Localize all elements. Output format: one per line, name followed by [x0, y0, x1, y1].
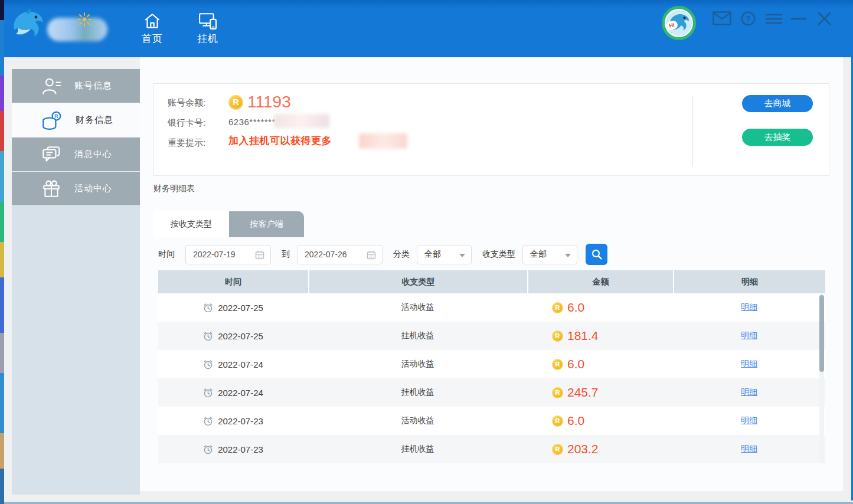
balance-value: R 11193 [228, 93, 291, 112]
row-date: 2022-07-25 [218, 331, 263, 341]
date-to-value[interactable] [305, 246, 361, 264]
monitor-phone-icon [198, 12, 218, 30]
search-button[interactable] [586, 244, 607, 265]
desktop-edge [0, 0, 4, 504]
titlebar: 首页 挂机 Hi [0, 0, 853, 57]
clock-icon [203, 444, 213, 454]
clock-icon [203, 388, 213, 398]
table-row: 2022-07-23 活动收益 R 6.0 明细 [158, 407, 825, 435]
help-icon[interactable]: ? [741, 11, 756, 26]
sidebar-label: 账号信息 [74, 80, 112, 91]
menu-icon[interactable] [765, 13, 783, 25]
user-avatar[interactable]: Hi [662, 6, 696, 40]
row-amount: 245.7 [567, 385, 599, 400]
row-type: 活动收益 [308, 359, 527, 369]
row-amount: 6.0 [567, 357, 584, 371]
sidebar-item-finance-info[interactable]: R 财务信息 [12, 103, 140, 137]
date-to-input[interactable] [297, 245, 383, 264]
sidebar-background [12, 206, 140, 495]
table-row: 2022-07-23 挂机收益 R 203.2 明细 [158, 435, 825, 463]
chat-icon [41, 145, 61, 164]
table-scrollbar-track[interactable] [819, 293, 824, 463]
row-detail-link[interactable]: 明细 [741, 415, 757, 426]
calendar-icon[interactable] [367, 250, 376, 260]
chevron-down-icon [459, 254, 465, 257]
coin-icon: R [552, 330, 563, 342]
nav-hangup-label: 挂机 [197, 32, 218, 45]
section-title: 财务明细表 [153, 184, 195, 194]
row-amount: 6.0 [567, 414, 584, 428]
svg-text:?: ? [746, 14, 751, 24]
tab-by-income-type[interactable]: 按收支类型 [153, 211, 229, 237]
minimize-icon[interactable] [791, 17, 806, 21]
table-scrollbar-thumb[interactable] [819, 295, 824, 372]
clock-icon [203, 303, 213, 313]
category-select-value: 全部 [424, 249, 441, 260]
row-date-cell: 2022-07-23 [158, 444, 308, 454]
dolphin-logo-icon [9, 7, 47, 45]
row-amount-cell: R 181.4 [527, 329, 673, 343]
coin-icon: R [552, 387, 563, 398]
nav-home[interactable]: 首页 [135, 12, 170, 50]
category-filter-label: 分类 [393, 249, 410, 260]
row-detail-link[interactable]: 明细 [741, 387, 757, 398]
coin-icon: R [552, 415, 563, 427]
sidebar-item-activity-center[interactable]: 活动中心 [12, 172, 140, 205]
table-body: 2022-07-25 活动收益 R 6.0 明细 [158, 293, 825, 463]
clock-icon [203, 416, 213, 426]
income-type-select[interactable]: 全部 [522, 245, 577, 264]
tip-text: 加入挂机可以获得更多 [228, 134, 332, 148]
category-select[interactable]: 全部 [417, 245, 472, 264]
row-detail-cell: 明细 [673, 387, 825, 398]
coin-icon: R [552, 359, 563, 370]
row-amount-cell: R 245.7 [527, 385, 673, 400]
row-detail-link[interactable]: 明细 [741, 444, 757, 454]
finance-table: 时间 收支类型 金额 明细 2022-07-25 活动收益 R [158, 270, 825, 463]
go-shop-button[interactable]: 去商城 [742, 95, 813, 112]
tip-label: 重要提示: [168, 138, 205, 149]
coin-icon: R [228, 95, 243, 110]
chevron-down-icon [565, 254, 571, 257]
header-detail: 明细 [673, 270, 825, 293]
search-icon [591, 248, 603, 260]
row-type: 挂机收益 [308, 330, 527, 341]
balance-label: 账号余额: [168, 97, 205, 109]
type-filter-label: 收支类型 [482, 249, 515, 260]
coin-icon: R [552, 444, 563, 455]
sidebar-item-message-center[interactable]: 消息中心 [12, 138, 140, 171]
bank-card-number: 6236******* [228, 117, 276, 127]
bank-card-label: 银行卡号: [168, 117, 205, 129]
table-row: 2022-07-25 活动收益 R 6.0 明细 [158, 293, 825, 322]
go-lottery-button[interactable]: 去抽奖 [742, 129, 813, 146]
row-date: 2022-07-25 [218, 303, 263, 313]
sidebar-item-account-info[interactable]: 账号信息 [12, 69, 140, 103]
row-detail-cell: 明细 [673, 444, 825, 454]
mail-icon[interactable] [713, 11, 731, 25]
table-row: 2022-07-24 活动收益 R 6.0 明细 [158, 350, 825, 378]
row-amount-cell: R 6.0 [527, 357, 673, 371]
row-detail-link[interactable]: 明细 [741, 330, 757, 341]
calendar-icon[interactable] [255, 250, 264, 260]
person-icon [41, 77, 61, 96]
header-amount: 金额 [527, 270, 673, 293]
row-detail-link[interactable]: 明细 [741, 359, 757, 369]
row-detail-link[interactable]: 明细 [741, 302, 757, 313]
row-detail-cell: 明细 [673, 330, 825, 341]
row-date-cell: 2022-07-24 [158, 359, 308, 369]
date-from-value[interactable] [193, 246, 249, 264]
tab-by-client[interactable]: 按客户端 [229, 211, 304, 237]
row-amount-cell: R 203.2 [527, 442, 673, 456]
gift-icon [41, 179, 61, 198]
row-amount-cell: R 6.0 [527, 300, 673, 315]
coin-icon: R [552, 302, 563, 313]
close-icon[interactable] [817, 11, 832, 26]
tip-redacted [359, 133, 407, 149]
clock-icon [203, 331, 213, 341]
header-income-type: 收支类型 [308, 270, 527, 293]
income-type-select-value: 全部 [530, 249, 547, 260]
nav-hangup[interactable]: 挂机 [190, 12, 225, 50]
coins-icon: R [41, 110, 63, 130]
date-from-input[interactable] [185, 245, 271, 264]
row-type: 活动收益 [308, 415, 527, 426]
app-window: 首页 挂机 Hi [0, 0, 853, 504]
